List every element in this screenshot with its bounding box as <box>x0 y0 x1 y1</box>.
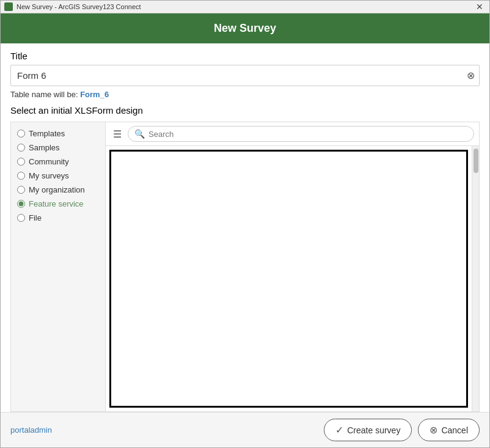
radio-label-feature[interactable]: Feature service <box>29 199 84 208</box>
x-circle-icon: ⊗ <box>430 424 437 436</box>
radio-community[interactable] <box>17 158 25 166</box>
app-icon <box>4 2 13 11</box>
radio-label-mysurveys[interactable]: My surveys <box>29 171 69 180</box>
radio-samples[interactable] <box>17 144 25 152</box>
left-radio-panel: Templates Samples Community My surveys M… <box>11 122 106 411</box>
radio-label-community[interactable]: Community <box>29 157 69 166</box>
table-name-value: Form_6 <box>80 90 109 99</box>
scrollbar-thumb[interactable] <box>474 149 478 173</box>
dialog-footer: portaladmin ✓ Create survey ⊗ Cancel <box>1 412 489 447</box>
radio-feature[interactable] <box>17 200 25 208</box>
menu-icon-button[interactable]: ☰ <box>111 127 124 141</box>
search-wrapper: 🔍 <box>128 126 474 142</box>
right-panel: ☰ 🔍 <box>106 122 479 411</box>
table-name-row: Table name will be: Form_6 <box>10 90 480 99</box>
search-icon: 🔍 <box>134 129 145 139</box>
preview-inner <box>111 152 466 406</box>
user-link[interactable]: portaladmin <box>10 425 52 435</box>
radio-label-templates[interactable]: Templates <box>29 129 65 138</box>
table-name-prefix: Table name will be: <box>10 90 80 99</box>
radio-label-samples[interactable]: Samples <box>29 143 60 152</box>
radio-item-community[interactable]: Community <box>15 155 101 168</box>
window-title-bar: New Survey - ArcGIS Survey123 Connect ✕ <box>1 1 489 13</box>
check-circle-icon: ✓ <box>335 424 343 436</box>
title-input-wrapper: ⊗ <box>10 65 480 86</box>
design-area: Templates Samples Community My surveys M… <box>10 122 480 412</box>
scrollbar-area[interactable] <box>472 146 479 411</box>
create-survey-button[interactable]: ✓ Create survey <box>324 419 412 441</box>
main-window: New Survey - ArcGIS Survey123 Connect ✕ … <box>0 0 490 448</box>
radio-templates[interactable] <box>17 130 25 138</box>
radio-item-templates[interactable]: Templates <box>15 127 101 140</box>
radio-item-samples[interactable]: Samples <box>15 141 101 154</box>
dialog-content: Title ⊗ Table name will be: Form_6 Selec… <box>1 43 489 412</box>
clear-title-button[interactable]: ⊗ <box>467 71 475 81</box>
search-bar: ☰ 🔍 <box>106 122 479 146</box>
radio-mysurveys[interactable] <box>17 172 25 180</box>
radio-item-file[interactable]: File <box>15 211 101 224</box>
dialog-header: New Survey <box>1 13 489 43</box>
radio-item-feature[interactable]: Feature service <box>15 197 101 210</box>
create-survey-label: Create survey <box>347 425 400 435</box>
radio-label-myorg[interactable]: My organization <box>29 185 85 194</box>
radio-myorg[interactable] <box>17 186 25 194</box>
cancel-label: Cancel <box>441 425 468 435</box>
radio-label-file[interactable]: File <box>29 213 42 222</box>
dialog-title: New Survey <box>214 22 276 35</box>
window-close-button[interactable]: ✕ <box>472 1 487 13</box>
title-label: Title <box>10 51 480 61</box>
cancel-button[interactable]: ⊗ Cancel <box>418 419 480 441</box>
title-input[interactable] <box>10 65 480 86</box>
xlsform-label: Select an initial XLSForm design <box>10 105 480 116</box>
footer-buttons: ✓ Create survey ⊗ Cancel <box>324 419 480 441</box>
search-input[interactable] <box>148 130 467 139</box>
radio-item-myorg[interactable]: My organization <box>15 183 101 196</box>
radio-item-mysurveys[interactable]: My surveys <box>15 169 101 182</box>
window-title-text: New Survey - ArcGIS Survey123 Connect <box>16 3 486 10</box>
preview-area <box>109 150 468 408</box>
radio-file[interactable] <box>17 214 25 222</box>
